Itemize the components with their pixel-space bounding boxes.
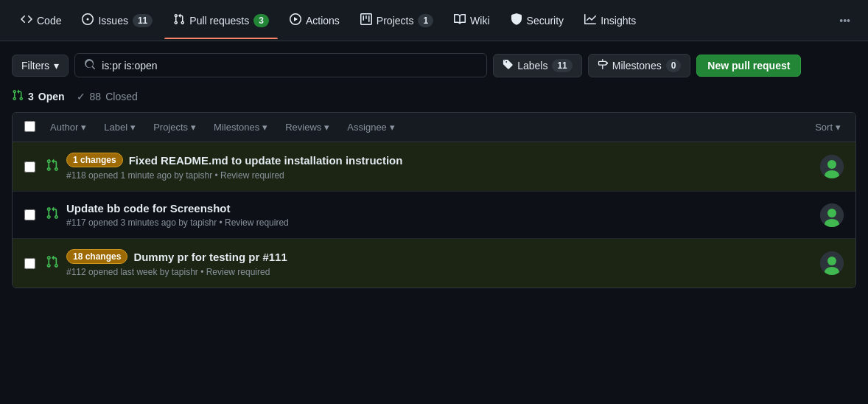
label-column-button[interactable]: Label ▾ (101, 120, 139, 134)
select-all-checkbox[interactable] (24, 121, 35, 132)
author-label: Author (50, 122, 78, 133)
reviews-col-label: Reviews (285, 122, 321, 133)
filters-label: Filters (21, 60, 49, 72)
pr-list: Author ▾ Label ▾ Projects ▾ Milestones ▾… (12, 112, 856, 288)
pr-meta-117: #117 opened 3 minutes ago by tapishr • R… (66, 217, 808, 228)
table-row: 1 changes Fixed README.md to update inst… (13, 142, 855, 192)
nav-item-pull-requests[interactable]: Pull requests 3 (164, 7, 278, 33)
nav-item-code[interactable]: Code (12, 7, 70, 33)
assignee-chevron-icon: ▾ (390, 122, 395, 133)
avatar-img-112 (820, 251, 844, 275)
changes-badge-112: 18 changes (66, 249, 127, 264)
projects-column-button[interactable]: Projects ▾ (150, 120, 199, 134)
avatar-112 (820, 251, 844, 275)
assignee-column-button[interactable]: Assignee ▾ (344, 120, 397, 134)
sort-chevron-icon: ▾ (836, 122, 841, 133)
pr-open-icon-112 (46, 255, 59, 272)
nav-item-projects[interactable]: Projects 1 (351, 7, 442, 33)
pr-meta-text-117: opened 3 minutes ago by tapishr • Review… (88, 217, 289, 228)
pr-title-112[interactable]: Dummy pr for testing pr #111 (133, 251, 287, 263)
more-options-button[interactable]: ••• (833, 9, 856, 32)
assignee-col-label: Assignee (347, 122, 386, 133)
nav-item-wiki[interactable]: Wiki (445, 7, 498, 33)
wiki-icon (454, 13, 466, 27)
status-row: 3 Open ✓ 88 Closed (0, 86, 868, 112)
open-count: 3 (28, 91, 34, 102)
column-header: Author ▾ Label ▾ Projects ▾ Milestones ▾… (13, 113, 855, 142)
pr-meta-118: #118 opened 1 minute ago by tapishr • Re… (66, 170, 808, 181)
open-label: Open (38, 91, 65, 102)
milestones-column-button[interactable]: Milestones ▾ (211, 120, 270, 134)
milestones-label: Milestones (612, 60, 662, 72)
pull-requests-badge: 3 (253, 14, 269, 27)
table-row: Update bb code for Screenshot #117 opene… (13, 192, 855, 239)
projects-icon (360, 13, 372, 27)
sort-column-button[interactable]: Sort ▾ (812, 120, 844, 134)
filters-chevron-icon: ▾ (54, 60, 59, 72)
label-chevron-icon: ▾ (130, 122, 136, 133)
changes-badge-118: 1 changes (66, 153, 123, 167)
closed-count: 88 (90, 91, 102, 102)
label-icon (503, 59, 513, 72)
projects-col-label: Projects (153, 122, 188, 133)
new-pr-label: New pull request (707, 60, 790, 72)
top-nav: Code Issues 11 Pull requests 3 Actions P… (0, 0, 868, 41)
author-chevron-icon: ▾ (81, 122, 86, 133)
nav-label-security: Security (527, 15, 564, 27)
filters-button[interactable]: Filters ▾ (12, 55, 69, 77)
milestones-icon (598, 59, 608, 72)
svg-point-4 (827, 209, 836, 217)
svg-point-1 (827, 160, 836, 169)
labels-count: 11 (552, 59, 572, 72)
pr-checkbox-117[interactable] (24, 209, 35, 220)
milestones-col-chevron-icon: ▾ (262, 122, 267, 133)
author-column-button[interactable]: Author ▾ (47, 120, 89, 134)
code-icon (21, 13, 32, 27)
milestones-button[interactable]: Milestones 0 (588, 54, 691, 77)
toolbar: Filters ▾ Labels 11 Milestones 0 New pul… (0, 41, 868, 86)
label-col-label: Label (104, 122, 127, 133)
search-input[interactable] (102, 60, 477, 72)
open-status-button[interactable]: 3 Open (12, 89, 65, 103)
open-pr-icon (12, 89, 24, 103)
labels-button[interactable]: Labels 11 (493, 54, 582, 77)
milestones-count: 0 (666, 59, 682, 72)
pr-checkbox-118[interactable] (24, 161, 35, 173)
nav-label-projects: Projects (377, 15, 414, 27)
issues-badge: 11 (133, 14, 153, 27)
svg-point-7 (827, 257, 836, 265)
reviews-column-button[interactable]: Reviews ▾ (282, 120, 332, 134)
nav-item-insights[interactable]: Insights (575, 7, 645, 33)
pr-title-117[interactable]: Update bb code for Screenshot (66, 202, 231, 215)
pr-number-118: #118 (66, 170, 86, 181)
closed-status-button[interactable]: ✓ 88 Closed (77, 91, 138, 102)
nav-item-actions[interactable]: Actions (281, 7, 349, 33)
search-box[interactable] (74, 53, 487, 77)
sort-col-label: Sort (815, 122, 833, 133)
projects-badge: 1 (418, 14, 433, 27)
labels-label: Labels (517, 60, 547, 72)
actions-icon (290, 13, 301, 27)
pr-number-112: #112 (66, 267, 86, 277)
pull-requests-icon (173, 13, 185, 27)
nav-label-insights: Insights (601, 15, 636, 27)
avatar-img-118 (820, 155, 844, 178)
nav-label-wiki: Wiki (470, 15, 489, 27)
pr-open-icon (46, 159, 59, 175)
insights-icon (584, 13, 596, 27)
avatar-img-117 (820, 203, 844, 227)
pr-checkbox-112[interactable] (24, 258, 35, 269)
pr-content-117: Update bb code for Screenshot #117 opene… (66, 202, 808, 228)
nav-item-issues[interactable]: Issues 11 (73, 7, 161, 33)
table-row: 18 changes Dummy pr for testing pr #111 … (13, 239, 855, 288)
projects-chevron-icon: ▾ (191, 122, 196, 133)
pr-title-118[interactable]: Fixed README.md to update installation i… (129, 154, 403, 167)
check-icon: ✓ (77, 91, 85, 102)
pr-number-117: #117 (66, 217, 86, 228)
nav-label-pull-requests: Pull requests (189, 15, 249, 27)
new-pull-request-button[interactable]: New pull request (696, 55, 801, 77)
nav-label-issues: Issues (98, 15, 127, 27)
security-icon (511, 13, 522, 27)
pr-content-112: 18 changes Dummy pr for testing pr #111 … (66, 249, 808, 277)
nav-item-security[interactable]: Security (502, 7, 573, 33)
